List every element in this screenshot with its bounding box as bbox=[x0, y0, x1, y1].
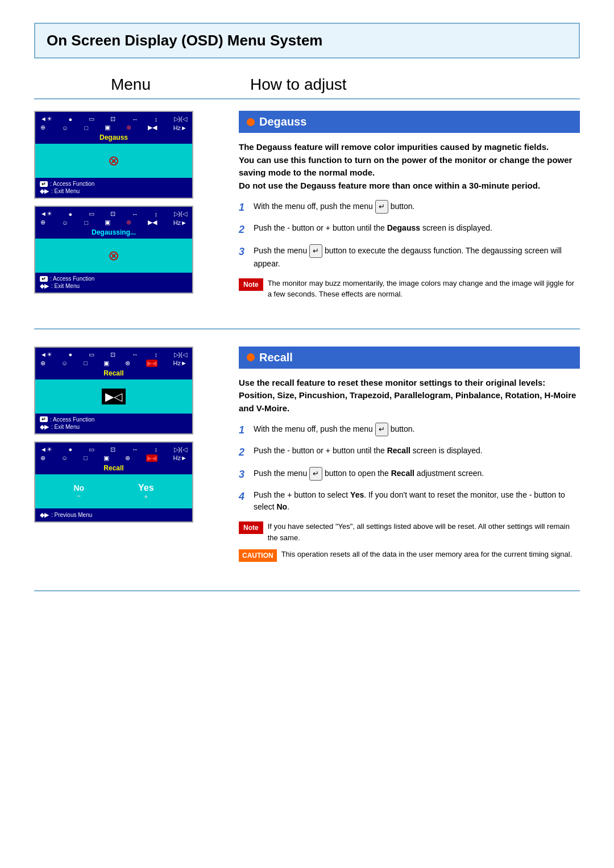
recall-desc: Use the recall feature to reset these mo… bbox=[239, 377, 580, 415]
osd4-title: Recall bbox=[35, 463, 192, 474]
osd2-icon-position: ▭ bbox=[89, 210, 94, 218]
osd-recall2-icons-2: ⊕ ☺ □ ▣ ⊗ ▶◀ Hz► bbox=[35, 454, 192, 463]
enter-key-recall-3: ↵ bbox=[309, 467, 322, 481]
degauss-note: Note The monitor may buzz momentarily, t… bbox=[239, 278, 580, 300]
osd2-footer: ↵ : Access Function ◆▶ : Exit Menu bbox=[35, 273, 192, 293]
degauss-desc: The Degauss feature will remove color im… bbox=[239, 141, 580, 192]
arrow-key-icon-4: ◆▶ bbox=[40, 511, 49, 519]
osd2-icon-no: ⊗ bbox=[126, 219, 131, 226]
osd-box-recall-2: ◄☀ ● ▭ ⊡ ↔ ↕ ▷)(◁ ⊕ ☺ □ ▣ ⊗ ▶◀ Hz► Recal… bbox=[34, 441, 193, 523]
osd1-title: Degauss bbox=[35, 132, 192, 144]
osd-icons-row-4: ⊕ ☺ □ ▣ ⊗ ▶◀ Hz► bbox=[35, 219, 192, 227]
osd1-footer: ↵ : Access Function ◆▶ : Exit Menu bbox=[35, 178, 192, 198]
osd3-icon-move: ⊕ bbox=[40, 360, 45, 367]
arrow-key-icon: ◆▶ bbox=[40, 187, 49, 195]
osd-icon-monitor: ▶◀ bbox=[148, 124, 157, 131]
degauss-description: Degauss The Degauss feature will remove … bbox=[227, 111, 580, 306]
osd2-icon-curve: ☺ bbox=[62, 219, 68, 226]
osd2-footer-exit: ◆▶ : Exit Menu bbox=[40, 282, 188, 290]
osd3-icon-no: ⊗ bbox=[125, 360, 130, 367]
osd-icon-dx: ▷)(◁ bbox=[174, 115, 187, 123]
osd2-icon-monitor: ▶◀ bbox=[148, 219, 157, 226]
degauss-title-bar: Degauss bbox=[239, 111, 580, 133]
recall-dot-icon bbox=[247, 353, 255, 361]
osd3-icon-rect2: ▣ bbox=[103, 360, 109, 367]
osd1-footer-exit: ◆▶ : Exit Menu bbox=[40, 187, 188, 195]
column-headers: Menu How to adjust bbox=[34, 76, 580, 99]
osd2-icon-vert: ↕ bbox=[155, 211, 158, 218]
osd2-content: ⊗ bbox=[35, 239, 192, 273]
osd3-icon-dx: ▷)(◁ bbox=[174, 351, 187, 358]
osd-icon-size: ⊡ bbox=[110, 115, 115, 123]
degauss-step-3: 3 Push the menu ↵ button to execute the … bbox=[239, 244, 580, 270]
osd3-icon-vert: ↕ bbox=[155, 351, 158, 358]
recall-step-3: 3 Push the menu ↵ button to open the Rec… bbox=[239, 467, 580, 482]
osd3-icon-curve: ☺ bbox=[61, 360, 68, 366]
osd4-icon-rect: □ bbox=[84, 454, 88, 461]
osd2-icon-rect2: ▣ bbox=[105, 219, 110, 226]
osd3-icon-hz: Hz► bbox=[173, 360, 187, 366]
osd3-icon-size: ⊡ bbox=[110, 351, 115, 358]
osd4-footer: ◆▶ : Previous Menu bbox=[35, 508, 192, 521]
recall-yes-option: Yes + bbox=[138, 483, 154, 500]
osd-icon-rect2: ▣ bbox=[105, 124, 110, 131]
osd-icon-no: ⊗ bbox=[126, 124, 131, 131]
osd4-icon-position: ▭ bbox=[89, 446, 94, 453]
osd4-content: No − Yes + bbox=[35, 474, 192, 508]
osd4-icon-vert: ↕ bbox=[155, 446, 158, 453]
osd-icon-hz: Hz► bbox=[173, 124, 187, 131]
osd4-icon-monitor-active: ▶◀ bbox=[146, 454, 157, 462]
section-divider bbox=[34, 328, 580, 329]
degauss-dot-icon bbox=[247, 118, 255, 126]
osd4-icon-brightness: ◄☀ bbox=[40, 446, 52, 453]
osd3-icon-contrast: ● bbox=[68, 351, 72, 358]
osd4-icon-size: ⊡ bbox=[110, 446, 115, 453]
osd3-icon-rect: □ bbox=[84, 360, 88, 366]
enter-key-inline: ↵ bbox=[375, 200, 388, 214]
note-badge-degauss: Note bbox=[239, 278, 263, 291]
osd3-icon-arrow: ↔ bbox=[132, 351, 138, 358]
osd2-icon-hz: Hz► bbox=[173, 219, 187, 226]
menu-col-header: Menu bbox=[34, 76, 227, 94]
osd4-icon-dx: ▷)(◁ bbox=[174, 446, 187, 453]
degauss-osd-column: ◄☀ ● ▭ ⊡ ↔ ↕ ▷)(◁ ⊕ ☺ □ ▣ ⊗ ▶◀ Hz► Degau… bbox=[34, 111, 227, 306]
degauss-symbol: ⊗ bbox=[108, 153, 119, 169]
osd2-icon-contrast: ● bbox=[68, 211, 72, 218]
osd2-icon-brightness: ◄☀ bbox=[40, 210, 52, 218]
osd-recall-icons-1: ◄☀ ● ▭ ⊡ ↔ ↕ ▷)(◁ bbox=[35, 348, 192, 360]
osd2-icon-rect: □ bbox=[84, 219, 88, 226]
recall-step-4: 4 Push the + button to select Yes. If yo… bbox=[239, 489, 580, 513]
osd-recall2-icons-1: ◄☀ ● ▭ ⊡ ↔ ↕ ▷)(◁ bbox=[35, 443, 192, 454]
osd3-footer-exit: ◆▶ : Exit Menu bbox=[40, 423, 188, 431]
adjust-col-header: How to adjust bbox=[227, 76, 580, 94]
osd-icon-rect: □ bbox=[84, 124, 88, 131]
osd3-icon-position: ▭ bbox=[89, 351, 94, 358]
enter-key-icon-3: ↵ bbox=[40, 416, 48, 422]
osd2-icon-size: ⊡ bbox=[110, 210, 115, 218]
osd1-content: ⊗ bbox=[35, 144, 192, 178]
osd4-footer-prev: ◆▶ : Previous Menu bbox=[40, 511, 188, 519]
enter-key-inline-2: ↵ bbox=[309, 244, 322, 258]
recall-osd-column: ◄☀ ● ▭ ⊡ ↔ ↕ ▷)(◁ ⊕ ☺ □ ▣ ⊗ ▶◀ Hz► Recal… bbox=[34, 347, 227, 568]
degauss-section: ◄☀ ● ▭ ⊡ ↔ ↕ ▷)(◁ ⊕ ☺ □ ▣ ⊗ ▶◀ Hz► Degau… bbox=[34, 111, 580, 306]
osd-box-degauss-1: ◄☀ ● ▭ ⊡ ↔ ↕ ▷)(◁ ⊕ ☺ □ ▣ ⊗ ▶◀ Hz► Degau… bbox=[34, 111, 193, 199]
osd2-title: Degaussing... bbox=[35, 227, 192, 239]
osd4-icon-move: ⊕ bbox=[40, 454, 45, 462]
page-title: On Screen Display (OSD) Menu System bbox=[47, 32, 567, 49]
degaussing-symbol: ⊗ bbox=[108, 248, 119, 264]
osd4-icon-arrow: ↔ bbox=[132, 446, 138, 453]
osd-box-degauss-2: ◄☀ ● ▭ ⊡ ↔ ↕ ▷)(◁ ⊕ ☺ □ ▣ ⊗ ▶◀ Hz► Degau… bbox=[34, 206, 193, 294]
osd4-icon-contrast: ● bbox=[68, 446, 72, 453]
recall-no-option: No − bbox=[73, 483, 84, 499]
osd-icons-row-1: ◄☀ ● ▭ ⊡ ↔ ↕ ▷)(◁ bbox=[35, 112, 192, 124]
arrow-key-icon-2: ◆▶ bbox=[40, 282, 49, 290]
degauss-step-2: 2 Push the - button or + button until th… bbox=[239, 222, 580, 237]
osd-icon-curve: ☺ bbox=[62, 124, 68, 131]
enter-key-icon-2: ↵ bbox=[40, 276, 48, 282]
osd3-footer: ↵ : Access Function ◆▶ : Exit Menu bbox=[35, 414, 192, 433]
osd3-icon-monitor-active: ▶◀ bbox=[146, 360, 157, 367]
recall-description: Recall Use the recall feature to reset t… bbox=[227, 347, 580, 568]
recall-steps: 1 With the menu off, push the menu ↵ but… bbox=[239, 423, 580, 513]
osd1-footer-access: ↵ : Access Function bbox=[40, 181, 188, 187]
degauss-step-1: 1 With the menu off, push the menu ↵ but… bbox=[239, 200, 580, 215]
